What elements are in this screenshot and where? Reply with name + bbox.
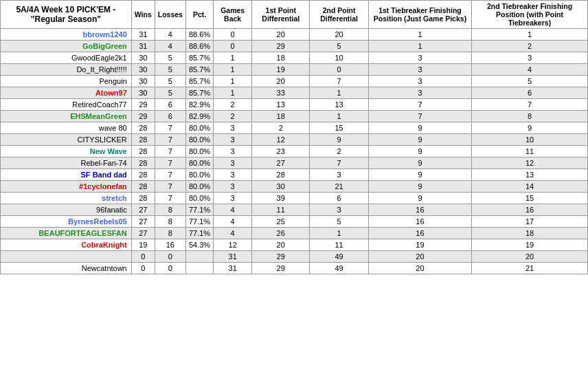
losses-header: Losses (155, 1, 185, 29)
gb-cell: 4 (214, 216, 252, 228)
pct-cell: 88.6% (185, 29, 213, 41)
wins-cell: 28 (131, 146, 155, 157)
wins-cell: 30 (131, 87, 155, 99)
pt1-cell: 11 (252, 204, 310, 216)
table-row: #1cyclonefan28780.0%33021914 (1, 181, 588, 193)
tb2-cell: 17 (472, 216, 588, 228)
table-row: ByrnesRebels0527877.1%42551617 (1, 216, 588, 228)
pct-cell: 80.0% (185, 157, 213, 169)
pt2-cell: 21 (310, 181, 369, 193)
wins-cell: 28 (131, 193, 155, 204)
tb1-cell: 20 (368, 263, 471, 274)
pt1-cell: 28 (252, 169, 310, 181)
wins-cell: 29 (131, 111, 155, 122)
pct-cell: 77.1% (185, 228, 213, 239)
losses-cell: 7 (155, 193, 185, 204)
wins-cell: 29 (131, 99, 155, 111)
tb1-cell: 9 (368, 169, 471, 181)
pt2-cell: 10 (310, 52, 369, 64)
pt1-cell: 39 (252, 193, 310, 204)
gb-cell: 3 (214, 181, 252, 193)
losses-cell: 0 (155, 251, 185, 263)
pt1-cell: 33 (252, 87, 310, 99)
wins-cell: 27 (131, 204, 155, 216)
pct-cell: 85.7% (185, 52, 213, 64)
gb-cell: 2 (214, 99, 252, 111)
wins-cell: 27 (131, 216, 155, 228)
player-name: Rebel-Fan-74 (1, 157, 132, 169)
pt1-cell: 2 (252, 122, 310, 134)
gb-cell: 3 (214, 193, 252, 204)
tb1-cell: 3 (368, 87, 471, 99)
player-name: Do_It_Right!!!!! (1, 64, 132, 76)
pt1-cell: 25 (252, 216, 310, 228)
player-name: stretch (1, 193, 132, 204)
player-name: CITYSLICKER (1, 134, 132, 146)
tb2-cell: 20 (472, 251, 588, 263)
pt2-header: 2nd Point Differential (310, 1, 369, 29)
tb1-cell: 16 (368, 216, 471, 228)
tb1-cell: 1 (368, 41, 471, 52)
wins-cell: 28 (131, 157, 155, 169)
table-row: RetiredCoach7729682.9%2131377 (1, 99, 588, 111)
player-name: Penguin (1, 76, 132, 87)
tb1-cell: 9 (368, 122, 471, 134)
tb1-cell: 7 (368, 111, 471, 122)
tb1-cell: 9 (368, 157, 471, 169)
table-row: EHSMeanGreen29682.9%218178 (1, 111, 588, 122)
tb2-cell: 9 (472, 122, 588, 134)
gb-cell: 4 (214, 228, 252, 239)
table-row: CITYSLICKER28780.0%3129910 (1, 134, 588, 146)
losses-cell: 7 (155, 157, 185, 169)
player-name: Atown97 (1, 87, 132, 99)
gb-cell: 1 (214, 64, 252, 76)
wins-cell: 0 (131, 251, 155, 263)
pt2-cell: 1 (310, 111, 369, 122)
standings-table: 5A/4A Week 10 PICK'EM - "Regular Season"… (0, 0, 588, 274)
pct-cell: 77.1% (185, 204, 213, 216)
tb2-cell: 5 (472, 76, 588, 87)
gb-cell: 3 (214, 122, 252, 134)
losses-cell: 4 (155, 29, 185, 41)
pct-cell: 80.0% (185, 169, 213, 181)
losses-cell: 7 (155, 146, 185, 157)
tb2-cell: 6 (472, 87, 588, 99)
tb2-cell: 19 (472, 239, 588, 251)
player-name: #1cyclonefan (1, 181, 132, 193)
pt2-cell: 7 (310, 157, 369, 169)
pt2-cell: 5 (310, 216, 369, 228)
table-row: stretch28780.0%3396915 (1, 193, 588, 204)
table-row: Newcatntown003129492021 (1, 263, 588, 274)
gb-cell: 0 (214, 29, 252, 41)
tb1-cell: 9 (368, 134, 471, 146)
pt2-cell: 2 (310, 146, 369, 157)
player-name: SF Band dad (1, 169, 132, 181)
pct-cell: 82.9% (185, 111, 213, 122)
tb1-cell: 19 (368, 239, 471, 251)
pt2-cell: 20 (310, 29, 369, 41)
player-name: ByrnesRebels05 (1, 216, 132, 228)
pt1-cell: 29 (252, 251, 310, 263)
gb-cell: 0 (214, 41, 252, 52)
table-row: SF Band dad28780.0%3283913 (1, 169, 588, 181)
player-name: GwoodEagle2k1 (1, 52, 132, 64)
tb2-cell: 16 (472, 204, 588, 216)
pct-cell: 80.0% (185, 193, 213, 204)
tb1-cell: 3 (368, 52, 471, 64)
pt1-cell: 30 (252, 181, 310, 193)
player-name: BEAUFORTEAGLESFAN (1, 228, 132, 239)
pt2-cell: 9 (310, 134, 369, 146)
wins-cell: 31 (131, 29, 155, 41)
player-name: GoBigGreen (1, 41, 132, 52)
gb-cell: 1 (214, 52, 252, 64)
losses-cell: 4 (155, 41, 185, 52)
losses-cell: 7 (155, 181, 185, 193)
tb2-cell: 15 (472, 193, 588, 204)
losses-cell: 7 (155, 134, 185, 146)
tb2-cell: 8 (472, 111, 588, 122)
table-row: Atown9730585.7%133136 (1, 87, 588, 99)
pct-cell: 80.0% (185, 146, 213, 157)
pct-cell (185, 251, 213, 263)
table-row: 003129492020 (1, 251, 588, 263)
player-name: New Wave (1, 146, 132, 157)
